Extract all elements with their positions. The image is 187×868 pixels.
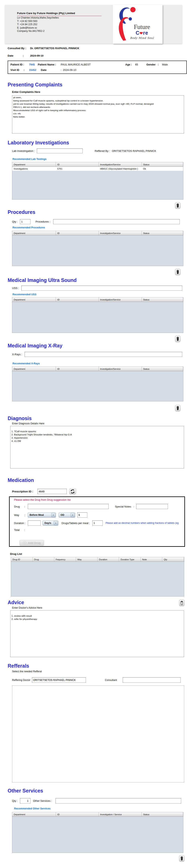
section-title-medication: Medication <box>8 477 187 483</box>
column-header-department[interactable]: Department <box>12 162 56 167</box>
recommended-xray-link: Recommended X-Rays <box>12 362 187 365</box>
recommended-lab-testings-link: Recommended Lab Testings <box>12 158 187 160</box>
header-row: Drug IDDrugFequencyWayDurationDuration T… <box>11 557 184 562</box>
drug-label: Drug : <box>14 505 28 508</box>
lab-investigation-input[interactable] <box>37 148 83 153</box>
recommended-uss-grid: DepartmentIDInvestigation/ServiceStatus <box>12 297 183 333</box>
column-header-status[interactable]: Status <box>142 162 183 167</box>
recommended-other-services-link: Recommended Other Services <box>14 807 187 810</box>
other-services-input[interactable] <box>55 798 181 804</box>
way-frequency-select[interactable]: OD ▼ <box>59 513 75 518</box>
referred-by-value: ORITSETSETOS RAPHAEL PINNICK <box>112 149 156 152</box>
gender-label: Gender : <box>146 63 159 66</box>
patient-id-label: Patient ID : <box>10 63 24 66</box>
section-title-referrals: Refferals <box>8 663 187 669</box>
column-header-id[interactable]: ID <box>56 812 99 817</box>
delete-advice-button[interactable] <box>179 600 184 606</box>
special-notes-input[interactable] <box>136 504 168 509</box>
table-cell: HBA1C (Glycosylated Haemoglobin ) <box>99 167 142 171</box>
advice-textarea[interactable]: 1. review with result 2. refer for physi… <box>10 611 184 657</box>
gender-value: Male <box>162 63 168 66</box>
refresh-prescription-button[interactable] <box>69 488 76 494</box>
logo-wordmark: Future C❤re Body Mind Soul <box>123 24 161 39</box>
column-header-status[interactable]: Status <box>142 231 183 236</box>
recommended-xray-table: DepartmentIDInvestigation/ServiceStatus <box>12 367 183 371</box>
xray-input[interactable] <box>25 352 182 357</box>
duration-input[interactable] <box>28 520 41 526</box>
delete-uss-button[interactable] <box>175 336 180 342</box>
column-header-investigation-service[interactable]: Investigation/Service <box>99 162 142 167</box>
column-header-id[interactable]: ID <box>56 298 99 302</box>
patient-id-value: 7945 <box>29 63 35 66</box>
column-header-status[interactable]: Status <box>142 812 183 817</box>
consulted-by-value: Dr. ORITSETSETOS RAPHAEL PINNICK <box>30 47 79 50</box>
recommended-uss-link: Recommended USS <box>12 293 187 296</box>
drug-input[interactable] <box>28 504 109 509</box>
delete-lab-test-button[interactable] <box>175 203 180 209</box>
drug-list-label: Drug List <box>10 552 187 555</box>
other-services-qty-input[interactable] <box>20 798 31 804</box>
column-header-department[interactable]: Department <box>12 231 56 236</box>
table-row[interactable]: Investigations5761HBA1C (Glycosylated Ha… <box>12 167 183 171</box>
trash-icon <box>180 856 183 861</box>
logo-care-c: C <box>136 30 140 36</box>
fraction-note: Please add as decimal numbers when addin… <box>106 522 184 524</box>
column-header-investigation-service[interactable]: Investigation/Service <box>99 367 142 371</box>
column-header-duration-type[interactable]: Duration Type <box>119 557 141 562</box>
column-header-fequency[interactable]: Fequency <box>54 557 76 562</box>
letterhead: Future Care by Future Holdings (Pty) Lim… <box>5 5 182 44</box>
consult-date-value: 2024-09-10 <box>30 54 44 57</box>
company-name: Future Care by Future Holdings (Pty) Lim… <box>17 12 102 16</box>
company-number: Company No.8417652-2 <box>17 29 102 33</box>
consultant-input[interactable] <box>123 677 181 683</box>
column-header-status[interactable]: Status <box>142 367 183 371</box>
column-header-way[interactable]: Way <box>76 557 97 562</box>
procedures-qty-input[interactable] <box>20 219 31 224</box>
visit-id-value: 15452 <box>29 68 36 71</box>
recommended-procedures-grid: DepartmentIDInvestigation/ServiceStatus <box>12 231 183 266</box>
column-header-qty[interactable]: Qty <box>162 557 184 562</box>
procedures-qty-label: Qty : <box>12 220 17 223</box>
column-header-department[interactable]: Department <box>12 812 56 817</box>
per-meal-input[interactable] <box>92 520 103 526</box>
column-header-id[interactable]: ID <box>56 231 99 236</box>
way-meal-select[interactable]: Before Meal ▼ <box>28 513 56 518</box>
prescription-id-input[interactable] <box>37 489 67 494</box>
diagnosis-textarea[interactable]: 1. ?Calf muscle spasms 2. Background ?ri… <box>10 426 184 468</box>
column-header-duration[interactable]: Duration <box>98 557 119 562</box>
recommended-procedures-link: Recommended Procedures <box>12 226 187 229</box>
column-header-department[interactable]: Department <box>12 367 56 371</box>
column-header-investigation-service[interactable]: Investigation/Service <box>99 298 142 302</box>
delete-procedure-button[interactable] <box>175 269 180 275</box>
referrals-label: Select the needed Refferal <box>12 670 187 673</box>
column-header-id[interactable]: ID <box>56 162 99 167</box>
drug-list-table: Drug IDDrugFequencyWayDurationDuration T… <box>11 557 184 562</box>
way-qty-input[interactable] <box>77 512 87 518</box>
visit-date-value: : 2024-09-10 <box>61 68 76 71</box>
delete-xray-button[interactable] <box>175 405 180 411</box>
xray-label: X-Rays : <box>12 353 22 356</box>
column-header-investigation-service[interactable]: Investigation/Service <box>99 231 142 236</box>
duration-unit-select[interactable]: Day/s ▼ <box>43 521 58 526</box>
column-header-investigation-service[interactable]: Investigation / Service <box>99 812 142 817</box>
column-header-id[interactable]: ID <box>56 367 99 371</box>
delete-other-service-button[interactable] <box>179 855 184 862</box>
referring-doctor-input[interactable] <box>32 677 86 683</box>
trash-icon <box>176 337 179 341</box>
column-header-department[interactable]: Department <box>12 298 56 302</box>
procedures-input[interactable] <box>53 219 180 224</box>
add-drug-button[interactable]: + Add Drug <box>20 540 44 546</box>
company-address: Le Chainter,Victoria,Mahe,Seychelles <box>17 16 102 20</box>
complaints-textarea[interactable]: pt seen, being assessed for Calf muscle … <box>12 95 184 133</box>
column-header-status[interactable]: Status <box>142 298 183 302</box>
uss-input[interactable] <box>21 286 182 290</box>
recommended-lab-grid: DepartmentIDInvestigation/ServiceStatusI… <box>12 162 183 199</box>
column-header-note[interactable]: Note <box>141 557 162 562</box>
drug-entry-panel: Please select the Drug from Drug suggess… <box>9 496 185 547</box>
recommended-uss-table: DepartmentIDInvestigation/ServiceStatus <box>12 298 183 302</box>
consultant-label: Consultant <box>105 679 117 682</box>
header-row: DepartmentIDInvestigation/ServiceStatus <box>12 231 183 236</box>
column-header-drug[interactable]: Drug <box>33 557 54 562</box>
logo-care-re: re <box>143 30 148 36</box>
column-header-drug-id[interactable]: Drug ID <box>11 557 33 562</box>
